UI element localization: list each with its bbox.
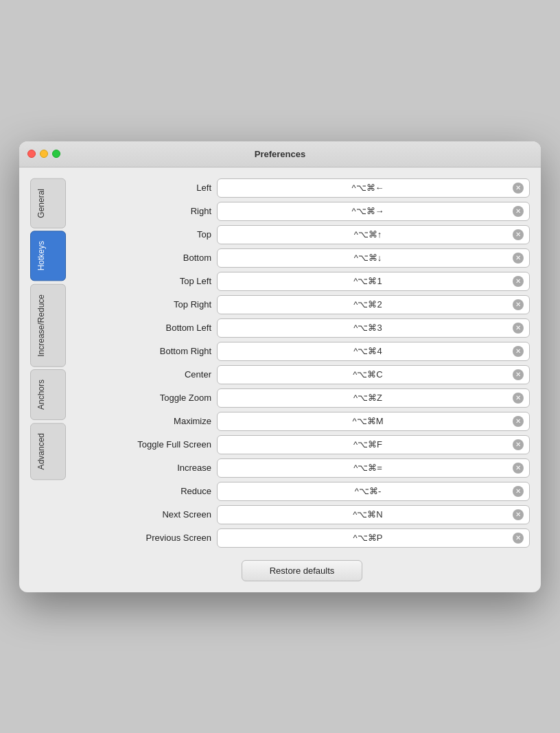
hotkey-input-wrapper-maximize[interactable]: ^⌥⌘M✕: [217, 412, 530, 431]
hotkey-value-toggle-full-screen: ^⌥⌘F: [223, 439, 513, 450]
hotkey-clear-bottom[interactable]: ✕: [513, 253, 524, 264]
hotkey-value-next-screen: ^⌥⌘N: [223, 509, 513, 520]
hotkey-value-top-left: ^⌥⌘1: [223, 276, 513, 286]
hotkey-clear-previous-screen[interactable]: ✕: [513, 533, 524, 544]
hotkey-input-wrapper-toggle-full-screen[interactable]: ^⌥⌘F✕: [217, 435, 530, 454]
hotkey-clear-toggle-zoom[interactable]: ✕: [513, 393, 524, 404]
restore-row: Restore defaults: [74, 560, 530, 581]
hotkey-label-maximize: Maximize: [74, 416, 211, 426]
hotkey-label-bottom: Bottom: [74, 253, 211, 263]
hotkey-label-left: Left: [74, 183, 211, 193]
hotkey-input-wrapper-top-right[interactable]: ^⌥⌘2✕: [217, 295, 530, 314]
hotkey-value-center: ^⌥⌘C: [223, 369, 513, 380]
hotkey-label-right: Right: [74, 206, 211, 216]
main-content: Left^⌥⌘←✕Right^⌥⌘→✕Top^⌥⌘↑✕Bottom^⌥⌘↓✕To…: [74, 178, 530, 581]
hotkey-label-toggle-full-screen: Toggle Full Screen: [74, 439, 211, 450]
traffic-lights: [27, 150, 60, 158]
hotkey-input-wrapper-right[interactable]: ^⌥⌘→✕: [217, 202, 530, 221]
hotkey-clear-bottom-left[interactable]: ✕: [513, 323, 524, 334]
hotkey-input-wrapper-bottom[interactable]: ^⌥⌘↓✕: [217, 248, 530, 268]
hotkey-clear-maximize[interactable]: ✕: [513, 416, 524, 427]
hotkey-row-right: Right^⌥⌘→✕: [74, 202, 530, 221]
hotkey-label-previous-screen: Previous Screen: [74, 533, 211, 543]
hotkey-clear-top-right[interactable]: ✕: [513, 299, 524, 310]
restore-defaults-button[interactable]: Restore defaults: [242, 560, 363, 581]
hotkey-row-bottom-right: Bottom Right^⌥⌘4✕: [74, 342, 530, 361]
sidebar-item-general[interactable]: General: [30, 178, 66, 229]
hotkey-value-left: ^⌥⌘←: [223, 183, 513, 193]
sidebar-item-anchors[interactable]: Anchors: [30, 369, 66, 420]
hotkey-value-top: ^⌥⌘↑: [223, 229, 513, 240]
hotkey-clear-reduce[interactable]: ✕: [513, 486, 524, 497]
hotkey-row-increase: Increase^⌥⌘=✕: [74, 458, 530, 478]
hotkey-clear-top-left[interactable]: ✕: [513, 276, 524, 287]
hotkey-value-reduce: ^⌥⌘-: [223, 486, 513, 496]
hotkey-clear-center[interactable]: ✕: [513, 369, 524, 380]
hotkey-label-toggle-zoom: Toggle Zoom: [74, 393, 211, 403]
sidebar: GeneralHotkeysIncrease/ReduceAnchorsAdva…: [30, 178, 66, 581]
hotkey-input-wrapper-left[interactable]: ^⌥⌘←✕: [217, 178, 530, 198]
hotkey-label-reduce: Reduce: [74, 486, 211, 496]
hotkey-row-top: Top^⌥⌘↑✕: [74, 225, 530, 244]
hotkey-row-previous-screen: Previous Screen^⌥⌘P✕: [74, 528, 530, 548]
hotkey-value-right: ^⌥⌘→: [223, 206, 513, 216]
hotkey-value-bottom-right: ^⌥⌘4: [223, 346, 513, 356]
hotkey-input-wrapper-bottom-right[interactable]: ^⌥⌘4✕: [217, 342, 530, 361]
hotkey-input-wrapper-next-screen[interactable]: ^⌥⌘N✕: [217, 505, 530, 524]
hotkey-input-wrapper-increase[interactable]: ^⌥⌘=✕: [217, 458, 530, 478]
hotkey-row-center: Center^⌥⌘C✕: [74, 365, 530, 384]
hotkey-input-wrapper-top-left[interactable]: ^⌥⌘1✕: [217, 272, 530, 291]
hotkey-label-top: Top: [74, 229, 211, 240]
hotkey-label-bottom-right: Bottom Right: [74, 346, 211, 356]
hotkey-row-toggle-zoom: Toggle Zoom^⌥⌘Z✕: [74, 388, 530, 408]
sidebar-item-hotkeys[interactable]: Hotkeys: [30, 231, 66, 281]
hotkey-clear-increase[interactable]: ✕: [513, 463, 524, 474]
hotkey-value-increase: ^⌥⌘=: [223, 463, 513, 473]
hotkey-row-next-screen: Next Screen^⌥⌘N✕: [74, 505, 530, 524]
hotkey-value-previous-screen: ^⌥⌘P: [223, 533, 513, 543]
hotkey-label-next-screen: Next Screen: [74, 509, 211, 520]
hotkey-label-top-left: Top Left: [74, 276, 211, 286]
titlebar: Preferences: [19, 141, 541, 167]
close-button[interactable]: [27, 150, 36, 158]
hotkey-row-top-right: Top Right^⌥⌘2✕: [74, 295, 530, 314]
sidebar-item-increase-reduce[interactable]: Increase/Reduce: [30, 284, 66, 367]
hotkey-input-wrapper-toggle-zoom[interactable]: ^⌥⌘Z✕: [217, 388, 530, 408]
hotkey-value-maximize: ^⌥⌘M: [223, 416, 513, 426]
hotkey-row-bottom-left: Bottom Left^⌥⌘3✕: [74, 318, 530, 338]
hotkey-input-wrapper-previous-screen[interactable]: ^⌥⌘P✕: [217, 528, 530, 548]
hotkey-row-top-left: Top Left^⌥⌘1✕: [74, 272, 530, 291]
hotkey-input-wrapper-center[interactable]: ^⌥⌘C✕: [217, 365, 530, 384]
hotkey-clear-right[interactable]: ✕: [513, 206, 524, 217]
maximize-button[interactable]: [52, 150, 60, 158]
hotkey-clear-left[interactable]: ✕: [513, 183, 524, 194]
hotkey-value-bottom: ^⌥⌘↓: [223, 253, 513, 263]
content-area: GeneralHotkeysIncrease/ReduceAnchorsAdva…: [19, 167, 541, 592]
preferences-window: Preferences GeneralHotkeysIncrease/Reduc…: [19, 141, 541, 592]
hotkey-input-wrapper-top[interactable]: ^⌥⌘↑✕: [217, 225, 530, 244]
hotkey-label-increase: Increase: [74, 463, 211, 473]
hotkey-row-bottom: Bottom^⌥⌘↓✕: [74, 248, 530, 268]
hotkey-value-toggle-zoom: ^⌥⌘Z: [223, 393, 513, 403]
hotkey-clear-bottom-right[interactable]: ✕: [513, 346, 524, 357]
hotkey-input-wrapper-reduce[interactable]: ^⌥⌘-✕: [217, 482, 530, 501]
minimize-button[interactable]: [40, 150, 48, 158]
hotkey-clear-toggle-full-screen[interactable]: ✕: [513, 439, 524, 450]
hotkey-input-wrapper-bottom-left[interactable]: ^⌥⌘3✕: [217, 318, 530, 338]
hotkey-row-maximize: Maximize^⌥⌘M✕: [74, 412, 530, 431]
hotkey-row-left: Left^⌥⌘←✕: [74, 178, 530, 198]
hotkey-label-top-right: Top Right: [74, 299, 211, 310]
hotkey-label-center: Center: [74, 369, 211, 380]
hotkey-clear-top[interactable]: ✕: [513, 229, 524, 240]
hotkey-value-bottom-left: ^⌥⌘3: [223, 323, 513, 333]
hotkey-row-toggle-full-screen: Toggle Full Screen^⌥⌘F✕: [74, 435, 530, 454]
hotkey-value-top-right: ^⌥⌘2: [223, 299, 513, 310]
hotkey-label-bottom-left: Bottom Left: [74, 323, 211, 333]
hotkey-clear-next-screen[interactable]: ✕: [513, 509, 524, 520]
sidebar-item-advanced[interactable]: Advanced: [30, 423, 66, 480]
hotkey-row-reduce: Reduce^⌥⌘-✕: [74, 482, 530, 501]
window-title: Preferences: [255, 149, 305, 159]
